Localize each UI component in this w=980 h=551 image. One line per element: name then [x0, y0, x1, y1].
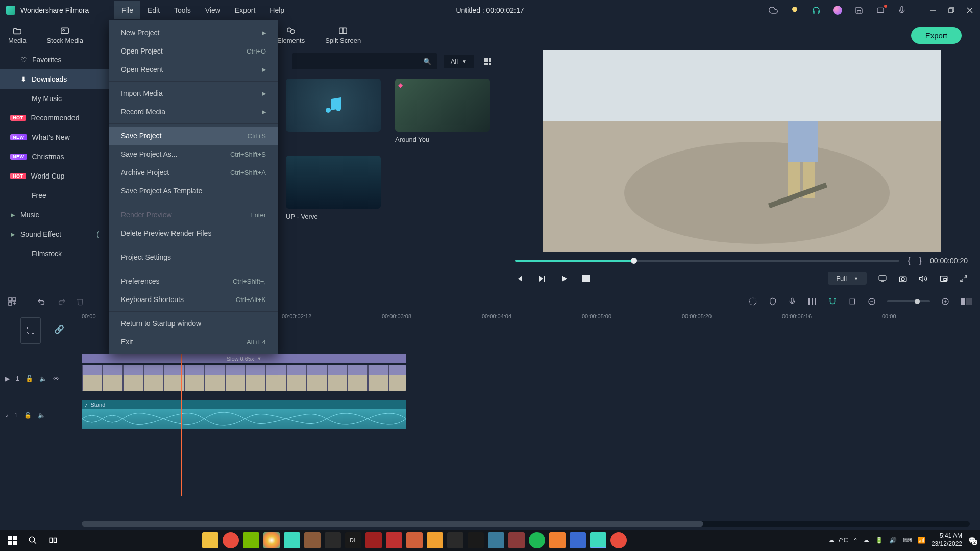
taskbar-app[interactable]: [243, 532, 259, 548]
maximize-button[interactable]: [947, 6, 955, 14]
tray-wifi-icon[interactable]: 📶: [918, 537, 925, 544]
taskbar-app[interactable]: [529, 532, 545, 548]
taskbar-app[interactable]: [447, 532, 463, 548]
taskbar-app[interactable]: [223, 532, 239, 548]
sidebar-sound-effect[interactable]: ▶Sound Effect(: [0, 224, 109, 244]
menu-exit[interactable]: ExitAlt+F4: [109, 333, 278, 351]
stop-button[interactable]: [582, 275, 590, 282]
audio-clip[interactable]: ♪Stand: [82, 400, 406, 429]
clip-speed-label[interactable]: Slow 0.65x ▼: [82, 354, 406, 363]
menu-delete-render[interactable]: Delete Preview Render Files: [109, 224, 278, 242]
taskbar-app[interactable]: [468, 532, 484, 548]
menu-project-settings[interactable]: Project Settings: [109, 248, 278, 266]
video-clip[interactable]: [82, 365, 406, 391]
taskbar-app[interactable]: DL: [345, 532, 361, 548]
taskbar-app[interactable]: [488, 532, 504, 548]
undo-button[interactable]: [37, 297, 46, 306]
sidebar-christmas[interactable]: NEWChristmas: [0, 147, 109, 166]
mark-out-icon[interactable]: }: [919, 255, 922, 266]
menu-save-template[interactable]: Save Project As Template: [109, 182, 278, 200]
menu-record-media[interactable]: Record Media▶: [109, 103, 278, 121]
menu-import-media[interactable]: Import Media▶: [109, 84, 278, 103]
crop-icon[interactable]: [848, 297, 856, 306]
visibility-icon[interactable]: 👁: [53, 375, 59, 382]
taskbar-app[interactable]: [610, 532, 627, 548]
taskbar-app[interactable]: [386, 532, 402, 548]
menu-edit[interactable]: Edit: [140, 1, 167, 19]
tray-language-icon[interactable]: ⌨: [903, 537, 912, 544]
play-button[interactable]: [560, 274, 568, 283]
taskbar-app[interactable]: [202, 532, 218, 548]
headphones-icon[interactable]: [812, 6, 821, 15]
preview-viewport[interactable]: [543, 50, 941, 252]
menu-save-project-as[interactable]: Save Project As...Ctrl+Shift+S: [109, 145, 278, 163]
menu-open-project[interactable]: Open ProjectCtrl+O: [109, 42, 278, 60]
sidebar-favorites[interactable]: ♡Favorites: [0, 50, 109, 69]
search-input[interactable]: 🔍: [292, 53, 437, 69]
grid-view-button[interactable]: [480, 54, 495, 68]
effects-icon[interactable]: [748, 297, 757, 306]
audio-mixer-icon[interactable]: [807, 297, 817, 306]
menu-return-startup[interactable]: Return to Startup window: [109, 314, 278, 333]
mute-icon[interactable]: 🔈: [38, 412, 45, 419]
fullscreen-icon[interactable]: [960, 274, 968, 283]
step-button[interactable]: [537, 274, 546, 283]
taskbar-app[interactable]: [263, 532, 280, 548]
system-clock[interactable]: 5:41 AM 23/12/2022: [932, 532, 962, 548]
taskbar-app[interactable]: [590, 532, 606, 548]
mute-icon[interactable]: 🔈: [39, 375, 47, 382]
redo-button[interactable]: [57, 297, 66, 306]
notification-center-icon[interactable]: 💬2: [968, 537, 976, 544]
export-button[interactable]: Export: [911, 27, 962, 44]
sidebar-whats-new[interactable]: NEWWhat's New: [0, 128, 109, 147]
add-track-icon[interactable]: [8, 297, 16, 306]
sidebar-music[interactable]: ▶Music: [0, 205, 109, 224]
notification-icon[interactable]: [876, 6, 885, 15]
menu-export[interactable]: Export: [228, 1, 262, 19]
menu-save-project[interactable]: Save ProjectCtrl+S: [109, 127, 278, 145]
scrub-bar[interactable]: [515, 260, 899, 262]
mark-in-icon[interactable]: {: [908, 255, 911, 266]
menu-open-recent[interactable]: Open Recent▶: [109, 60, 278, 79]
sidebar-recommended[interactable]: HOTRecommended: [0, 108, 109, 128]
quality-select[interactable]: Full▼: [828, 272, 867, 285]
lock-icon[interactable]: 🔓: [26, 375, 33, 382]
tray-battery-icon[interactable]: 🔋: [875, 537, 883, 544]
prev-frame-button[interactable]: [515, 274, 523, 283]
tray-chevron-icon[interactable]: ^: [854, 537, 857, 544]
filter-dropdown[interactable]: All▼: [444, 55, 474, 68]
taskbar-app[interactable]: [508, 532, 525, 548]
save-icon[interactable]: [854, 6, 864, 15]
menu-file[interactable]: File: [114, 1, 140, 19]
delete-button[interactable]: [76, 297, 84, 306]
menu-view[interactable]: View: [198, 1, 228, 19]
taskbar-app[interactable]: [549, 532, 566, 548]
cloud-icon[interactable]: [769, 6, 778, 15]
snapshot-icon[interactable]: [898, 274, 908, 283]
tab-elements[interactable]: Elements: [277, 27, 305, 44]
zoom-out-icon[interactable]: [868, 297, 876, 306]
tab-media[interactable]: Media: [8, 27, 26, 44]
media-item[interactable]: [286, 79, 381, 143]
weather-icon[interactable]: ☁ 7°C: [828, 537, 848, 544]
taskbar-app[interactable]: [365, 532, 382, 548]
mic-icon[interactable]: [897, 6, 906, 15]
search-button[interactable]: [24, 532, 41, 548]
sidebar-free[interactable]: Free: [0, 186, 109, 205]
start-button[interactable]: [4, 532, 20, 548]
zoom-slider[interactable]: [887, 300, 930, 302]
minimize-button[interactable]: [929, 6, 937, 14]
task-view-button[interactable]: [45, 532, 61, 548]
lightbulb-icon[interactable]: [790, 6, 799, 15]
lock-icon[interactable]: 🔓: [24, 412, 32, 419]
sidebar-downloads[interactable]: ⬇Downloads: [0, 69, 109, 89]
taskbar-app[interactable]: [325, 532, 341, 548]
taskbar-app[interactable]: [570, 532, 586, 548]
tab-split-screen[interactable]: Split Screen: [325, 27, 361, 44]
sidebar-world-cup[interactable]: HOTWorld Cup: [0, 166, 109, 186]
sidebar-filmstock[interactable]: Filmstock: [0, 244, 109, 263]
menu-tools[interactable]: Tools: [167, 1, 198, 19]
menu-help[interactable]: Help: [262, 1, 291, 19]
snap-icon[interactable]: [828, 297, 837, 306]
tray-volume-icon[interactable]: 🔊: [889, 537, 897, 544]
